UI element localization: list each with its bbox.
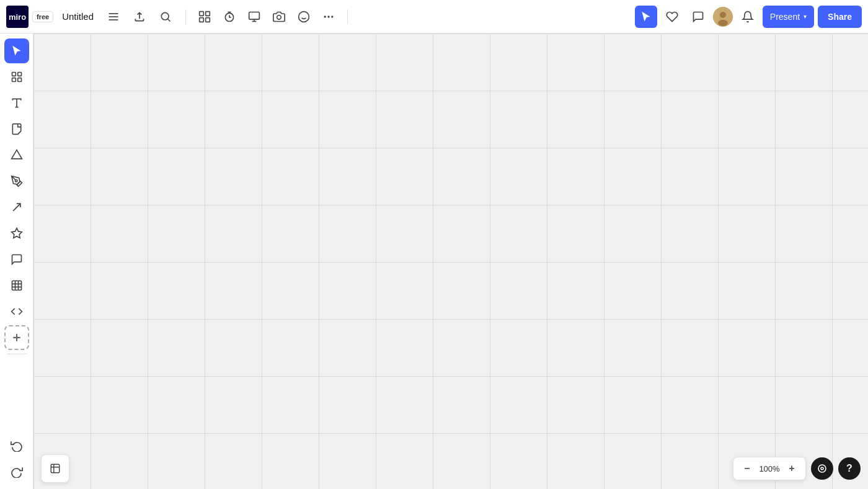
- redo-button[interactable]: [4, 459, 29, 484]
- svg-point-24: [324, 16, 326, 17]
- svg-rect-10: [200, 17, 204, 22]
- svg-rect-37: [12, 281, 21, 290]
- reactions-button[interactable]: [293, 6, 315, 28]
- svg-point-19: [299, 11, 309, 22]
- user-avatar[interactable]: [713, 7, 733, 27]
- sidebar-tool-text[interactable]: [4, 91, 29, 115]
- present-chevron-icon: ▾: [804, 13, 807, 20]
- svg-text:miro: miro: [9, 12, 26, 21]
- header-bar: miro free Untitled: [0, 0, 868, 34]
- export-button[interactable]: [128, 6, 151, 28]
- header-divider-left: [185, 9, 186, 24]
- present-label: Present: [770, 12, 800, 22]
- svg-point-18: [277, 15, 281, 19]
- cursor-mode-button[interactable]: [635, 6, 657, 28]
- share-button[interactable]: Share: [818, 6, 862, 28]
- undo-button[interactable]: [4, 433, 29, 458]
- svg-rect-31: [17, 78, 21, 82]
- capture-button[interactable]: [268, 6, 290, 28]
- svg-rect-15: [249, 12, 260, 19]
- left-sidebar: [0, 34, 33, 489]
- sidebar-tool-shapes[interactable]: [4, 143, 29, 168]
- comment-button[interactable]: [687, 6, 709, 28]
- svg-point-27: [718, 20, 728, 26]
- zoom-value-display[interactable]: 100%: [758, 464, 781, 473]
- board-title[interactable]: Untitled: [57, 9, 99, 24]
- miro-logo[interactable]: miro: [6, 6, 29, 28]
- header-right-tools: Present ▾ Share: [629, 6, 868, 28]
- canvas-grid[interactable]: [33, 34, 868, 489]
- zoom-in-button[interactable]: +: [783, 460, 800, 477]
- sidebar-tool-comment[interactable]: [4, 247, 29, 272]
- svg-rect-44: [51, 464, 60, 473]
- help-button[interactable]: ?: [838, 457, 861, 480]
- sidebar-tool-table[interactable]: [4, 273, 29, 298]
- screen-share-button[interactable]: [243, 6, 265, 28]
- zoom-out-button[interactable]: −: [738, 460, 756, 477]
- sidebar-tool-pen[interactable]: [4, 169, 29, 194]
- svg-rect-30: [12, 78, 16, 82]
- sidebar-tool-mindmap[interactable]: [4, 221, 29, 246]
- header-center-tools: [188, 6, 345, 28]
- svg-rect-8: [200, 11, 204, 16]
- bottom-left-controls: [41, 454, 69, 483]
- svg-point-6: [161, 12, 169, 20]
- sidebar-tool-sticky[interactable]: [4, 117, 29, 141]
- menu-button[interactable]: [102, 6, 125, 28]
- minimap-button[interactable]: [44, 457, 66, 480]
- timer-tool-button[interactable]: [218, 6, 241, 28]
- present-button[interactable]: Present ▾: [763, 6, 814, 28]
- svg-rect-11: [206, 17, 210, 22]
- sidebar-bottom-tools: [4, 433, 29, 484]
- fit-to-screen-button[interactable]: [811, 457, 833, 480]
- sidebar-tool-embed[interactable]: [4, 299, 29, 324]
- notifications-button[interactable]: [737, 6, 759, 28]
- svg-rect-9: [206, 11, 210, 16]
- svg-rect-28: [12, 73, 16, 76]
- sidebar-divider: [7, 354, 27, 354]
- svg-rect-29: [17, 73, 21, 76]
- svg-point-23: [332, 16, 333, 17]
- more-tools-button[interactable]: [317, 6, 340, 28]
- zoom-controls: − 100% +: [733, 457, 806, 480]
- free-badge-button[interactable]: free: [32, 11, 53, 22]
- frames-tool-button[interactable]: [193, 6, 216, 28]
- search-button[interactable]: [154, 6, 177, 28]
- header-divider-center: [347, 9, 348, 24]
- svg-line-35: [13, 204, 20, 211]
- svg-point-26: [720, 12, 726, 18]
- svg-point-34: [15, 180, 17, 182]
- sidebar-tool-select[interactable]: [4, 38, 29, 63]
- header-left: miro free Untitled: [0, 6, 183, 28]
- sidebar-tool-frames[interactable]: [4, 65, 29, 89]
- svg-point-22: [328, 16, 329, 17]
- svg-line-7: [168, 19, 170, 21]
- sidebar-tool-arrow[interactable]: [4, 195, 29, 220]
- sidebar-tool-add[interactable]: [4, 325, 29, 350]
- live-reactions-button[interactable]: [661, 6, 683, 28]
- svg-marker-36: [11, 228, 22, 238]
